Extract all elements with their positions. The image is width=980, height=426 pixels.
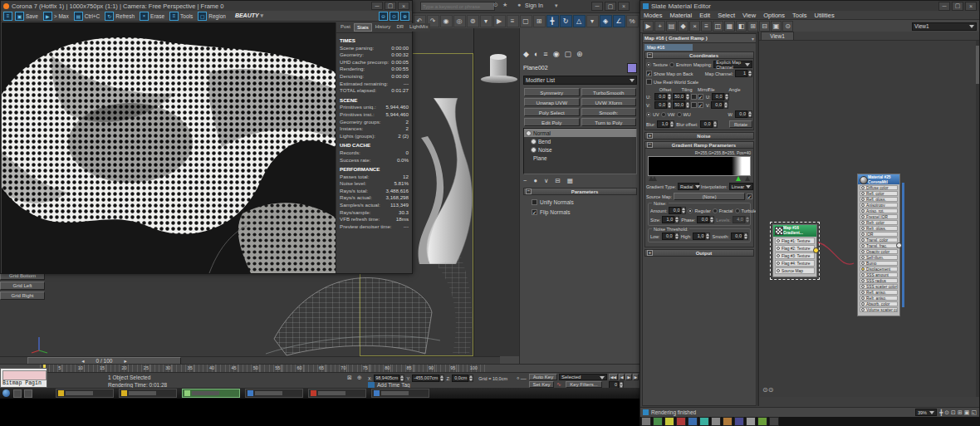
mapping-dropdown[interactable]: Explicit Map Channel bbox=[713, 61, 752, 68]
view-selector-dropdown[interactable]: View1 bbox=[912, 22, 977, 31]
menu-item[interactable]: Utilities bbox=[815, 12, 835, 19]
modifier-button[interactable]: TurboSmooth bbox=[581, 88, 637, 96]
slot-socket[interactable] bbox=[861, 279, 865, 282]
modifier-stack[interactable]: NormalBendNoisePlane bbox=[523, 128, 637, 174]
collapse-icon[interactable]: − bbox=[526, 189, 532, 194]
modifier-button[interactable]: Symmetry bbox=[524, 88, 580, 96]
next-frame-button[interactable]: ▶ bbox=[633, 374, 639, 380]
taskbar-tile[interactable] bbox=[769, 417, 779, 426]
node-input-slot[interactable]: Anisotropy bbox=[860, 203, 898, 208]
visibility-bulb-icon[interactable] bbox=[531, 139, 537, 144]
environ-radio[interactable] bbox=[669, 62, 674, 67]
parameters-rollout-header[interactable]: −Parameters bbox=[523, 188, 637, 195]
selection-lock-icon[interactable]: ⊠ bbox=[347, 375, 352, 381]
x-coordinate-field[interactable]: 98,9405cm bbox=[374, 375, 404, 382]
vw-radio[interactable] bbox=[661, 112, 666, 117]
show-end-result-icon[interactable]: ● bbox=[533, 177, 537, 184]
object-color-swatch[interactable] bbox=[627, 63, 637, 73]
fractal-radio[interactable] bbox=[713, 208, 718, 213]
modifier-button[interactable]: Edit Poly bbox=[524, 118, 580, 126]
selection-set-dropdown[interactable]: Selected bbox=[559, 374, 607, 380]
noise-levels-spinner[interactable]: 4,0 bbox=[733, 216, 750, 223]
assign-to-selection-icon[interactable]: ◆ bbox=[678, 21, 688, 32]
auto-key-button[interactable]: Auto Key bbox=[529, 374, 557, 380]
node-input-slot[interactable]: Source Map bbox=[775, 267, 815, 274]
modifier-button[interactable]: Smooth: bbox=[581, 108, 637, 116]
tab-hierarchy[interactable]: ≡ bbox=[543, 50, 547, 58]
node-header[interactable]: Map #16 Gradient... bbox=[773, 225, 816, 237]
bind-spacewarp-icon[interactable]: ⊚ bbox=[467, 15, 479, 27]
percent-snap-icon[interactable]: % bbox=[626, 15, 639, 27]
taskbar-button[interactable] bbox=[245, 389, 303, 398]
close-button[interactable]: × bbox=[965, 2, 977, 11]
slot-socket[interactable] bbox=[777, 254, 780, 257]
zoom-in-icon[interactable]: ⊕ bbox=[400, 12, 409, 21]
refresh-button[interactable]: ↻Refresh bbox=[105, 12, 135, 21]
node-input-slot[interactable]: Volume scatter color bbox=[860, 307, 898, 312]
node-input-slot[interactable]: Flag #2: Texture bbox=[775, 245, 815, 252]
search-icon[interactable]: ⊙ bbox=[493, 2, 498, 8]
stats-tab[interactable]: DR bbox=[394, 23, 406, 32]
zoom-tool-icon[interactable]: ⊙ bbox=[782, 21, 793, 32]
node-input-slot[interactable]: Refr. gloss. bbox=[860, 226, 898, 231]
slot-socket[interactable] bbox=[861, 198, 865, 201]
output-rollout-header[interactable]: +Output bbox=[644, 249, 754, 257]
erase-button[interactable]: ×Erase bbox=[140, 12, 164, 21]
v-tile-checkbox[interactable] bbox=[698, 102, 703, 108]
close-button[interactable]: × bbox=[618, 2, 630, 11]
zoom-selected-icon[interactable]: ▣ bbox=[964, 409, 970, 416]
slot-socket[interactable] bbox=[861, 221, 865, 224]
z-coordinate-field[interactable]: 0,0cm bbox=[452, 375, 473, 382]
hat-object[interactable] bbox=[480, 53, 518, 91]
configure-stack-icon[interactable]: ▦ bbox=[567, 177, 573, 184]
pin-stack-icon[interactable]: − bbox=[523, 177, 527, 184]
node-input-slot[interactable]: Refl. aniso. bbox=[860, 290, 898, 295]
turbulence-radio[interactable] bbox=[735, 208, 740, 213]
node-input-slot[interactable]: Transl. color bbox=[860, 237, 898, 242]
taskbar-button[interactable] bbox=[182, 389, 240, 398]
minimize-button[interactable]: ─ bbox=[938, 2, 950, 11]
modifier-stack-item[interactable]: Normal bbox=[524, 129, 636, 137]
set-key-button[interactable]: Set Key bbox=[529, 381, 554, 388]
blur-spinner[interactable]: 1,0 bbox=[657, 120, 674, 128]
rotate-button[interactable]: Rotate bbox=[729, 120, 752, 128]
noise-size-spinner[interactable]: 1,0 bbox=[662, 216, 679, 223]
taskbar-tile[interactable] bbox=[757, 417, 767, 426]
node-input-slot[interactable]: Self-illum. bbox=[860, 255, 898, 260]
corona-titlebar[interactable]: Corona 7 (Hotfix 1) | 1000x750px (1:1) |… bbox=[1, 1, 412, 11]
send-to-max-button[interactable]: ▶> Max bbox=[43, 12, 69, 21]
ref-coord-dropdown[interactable]: ▾ bbox=[586, 15, 599, 27]
render-pass-selector[interactable]: BEAUTY ▾ bbox=[235, 12, 263, 19]
slot-socket[interactable] bbox=[861, 203, 865, 207]
modifier-button[interactable]: UVW Xform bbox=[581, 98, 637, 106]
stats-tab[interactable]: Post bbox=[338, 23, 353, 32]
menu-item[interactable]: Modes bbox=[644, 12, 663, 19]
zoom-100-icon[interactable]: ⊙ bbox=[390, 12, 399, 21]
slot-socket[interactable] bbox=[861, 262, 865, 265]
menu-item[interactable]: Select bbox=[718, 12, 735, 19]
menu-item[interactable]: Options bbox=[763, 12, 785, 19]
flip-normals-checkbox[interactable] bbox=[532, 209, 537, 215]
node-view[interactable]: View1 Map #16 Gradient... Flag #1: Te bbox=[757, 32, 979, 406]
menu-item[interactable]: Material bbox=[670, 12, 693, 19]
visibility-bulb-icon[interactable] bbox=[531, 147, 537, 153]
tab-create[interactable]: ◆ bbox=[523, 50, 529, 58]
node-name-tab[interactable]: Map #16 bbox=[644, 44, 693, 51]
taskbar-tile[interactable] bbox=[711, 417, 721, 426]
binoculars-icon[interactable]: ⊙⊙ bbox=[762, 386, 773, 394]
selection-filter-dropdown[interactable]: ▾ bbox=[480, 15, 492, 27]
pan-hand-icon[interactable]: ╋ bbox=[939, 409, 943, 416]
zoom-icon[interactable]: ⊙ bbox=[944, 409, 949, 416]
slot-socket[interactable] bbox=[861, 192, 865, 195]
slot-socket[interactable] bbox=[861, 227, 865, 230]
select-tree-icon[interactable]: ⊟ bbox=[759, 21, 770, 32]
select-object-icon[interactable]: ▶ bbox=[493, 15, 506, 27]
taskbar-button[interactable] bbox=[308, 389, 366, 398]
node-input-slot[interactable]: Bump bbox=[860, 261, 898, 266]
close-button[interactable]: × bbox=[398, 2, 409, 10]
pan-mode-icon[interactable]: ◱ bbox=[971, 409, 977, 416]
threshold-low-spinner[interactable]: 0,0 bbox=[662, 233, 679, 240]
tab-motion[interactable]: ◉ bbox=[553, 50, 560, 58]
shaded-sheet-object[interactable] bbox=[404, 98, 478, 264]
slot-socket[interactable] bbox=[861, 302, 865, 306]
